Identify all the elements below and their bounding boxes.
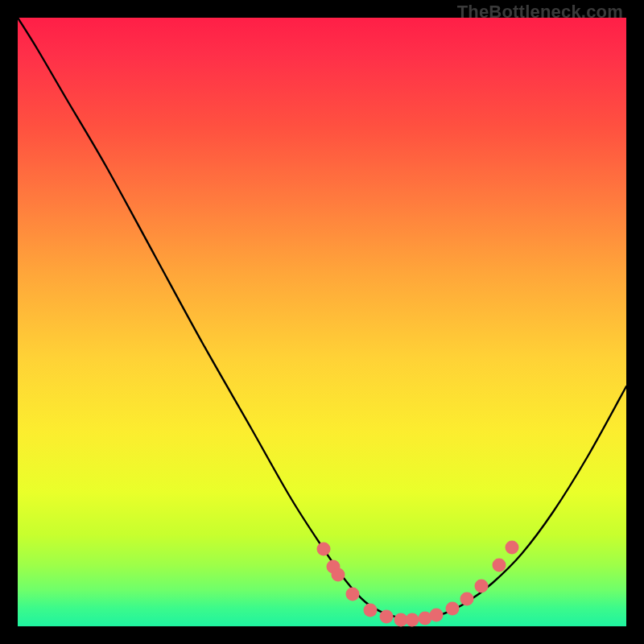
bottleneck-curve (18, 18, 626, 619)
marker-dot (332, 568, 345, 582)
marker-dot (446, 602, 460, 616)
chart-svg (18, 18, 626, 626)
marker-dot (346, 588, 360, 601)
chart-frame (18, 18, 626, 626)
marker-dot (475, 580, 489, 593)
marker-dot (506, 541, 519, 555)
marker-dot (430, 609, 444, 622)
marker-dot (317, 543, 331, 556)
marker-dot (406, 613, 419, 627)
marker-dot (380, 610, 394, 624)
marker-dot (493, 559, 506, 572)
marker-dot (460, 592, 474, 606)
marker-dot (364, 604, 378, 617)
